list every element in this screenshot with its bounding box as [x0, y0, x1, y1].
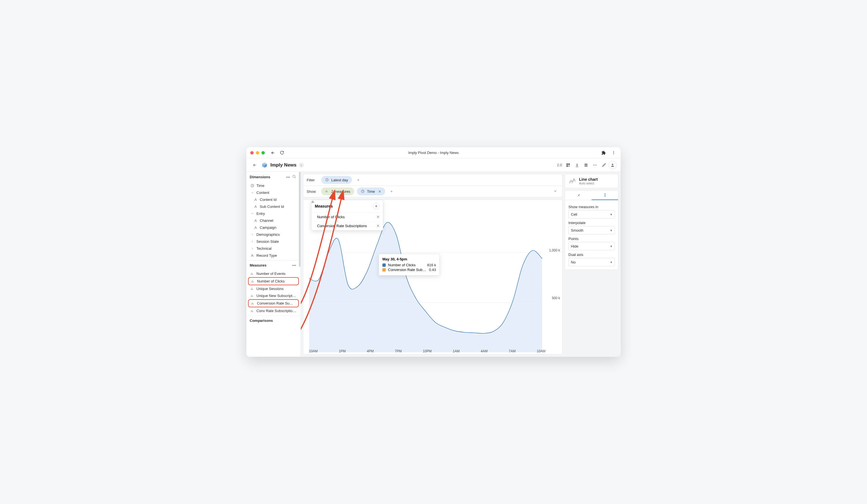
remove-measure-icon[interactable]: ✕	[376, 224, 379, 228]
clock-icon	[361, 190, 365, 193]
dimensions-title: Dimensions	[250, 175, 270, 179]
dimensions-header: Dimensions •••	[246, 172, 301, 182]
show-measures-in-label: Show measures in	[568, 205, 615, 209]
dimensions-more-icon[interactable]: •••	[285, 175, 291, 179]
measure-icon	[251, 301, 255, 305]
measure-conversion-rate-subscriptions[interactable]: Conversion Rate Subs…	[248, 299, 299, 307]
measure-unique-new-subscriptions[interactable]: Unique New Subscript…	[246, 292, 301, 299]
text-icon: A	[254, 198, 258, 202]
minimize-window-button[interactable]	[256, 151, 259, 154]
svg-point-0	[613, 151, 614, 152]
measure-number-of-clicks[interactable]: Number of Clicks	[248, 277, 299, 285]
dimension-content[interactable]: Content	[246, 189, 301, 196]
options-tabs	[565, 191, 618, 200]
maximize-window-button[interactable]	[261, 151, 265, 154]
svg-rect-18	[604, 194, 606, 194]
chart-tooltip: May 30, 4-5pm Number of Clicks 816 k Con…	[379, 254, 440, 276]
chevron-right-icon	[250, 233, 254, 237]
split-pill-time[interactable]: Time ✕	[357, 187, 385, 195]
measure-icon	[250, 272, 254, 276]
add-split-button[interactable]: ＋	[388, 188, 395, 195]
edit-icon[interactable]	[599, 161, 608, 170]
measure-number-of-events[interactable]: Number of Events	[246, 270, 301, 277]
svg-point-9	[595, 164, 596, 165]
server-icon[interactable]	[581, 161, 590, 170]
remove-measure-icon[interactable]: ✕	[376, 215, 379, 219]
caret-down-icon: ▾	[610, 260, 612, 264]
tooltip-swatch	[382, 268, 386, 271]
x-tick-label: 7PM	[395, 349, 402, 353]
visualization-card[interactable]: Line chart Auto select	[565, 174, 618, 188]
popover-row-number-of-clicks[interactable]: Number of Clicks ✕	[311, 213, 383, 222]
dimension-demographics[interactable]: Demographics	[246, 231, 301, 238]
remove-split-icon[interactable]: ✕	[378, 190, 381, 194]
tab-style[interactable]	[592, 191, 618, 200]
sidebar: Dimensions ••• Time Content AContent Id …	[246, 172, 301, 357]
download-icon[interactable]	[572, 161, 581, 170]
datasource-cube-icon	[261, 162, 268, 168]
comparisons-title: Comparisons	[250, 319, 273, 323]
dual-axis-select[interactable]: No▾	[568, 258, 615, 266]
dimension-sub-content-id[interactable]: ASub Content Id	[246, 203, 301, 210]
svg-rect-6	[585, 164, 588, 164]
points-select[interactable]: Hide▾	[568, 242, 615, 250]
back-button[interactable]	[250, 161, 259, 170]
tooltip-title: May 30, 4-5pm	[382, 257, 436, 261]
menu-kebab-icon[interactable]	[611, 150, 617, 156]
caret-down-icon: ▾	[610, 244, 612, 248]
center-pane: Filter Latest day ＋ Show 2 measures Time…	[301, 172, 565, 357]
tab-pin[interactable]	[565, 191, 592, 200]
comparisons-header: Comparisons	[246, 316, 301, 325]
svg-point-11	[612, 163, 613, 165]
x-tick-label: 10AM	[537, 349, 546, 353]
window-controls	[250, 151, 265, 154]
measure-unique-sessions[interactable]: Unique Sessions	[246, 285, 301, 292]
more-icon[interactable]	[590, 161, 599, 170]
chart[interactable]: 10AM1PM4PM7PM10PM1AM4AM7AM10AM Measures …	[303, 200, 563, 355]
interpolate-select[interactable]: Smooth▾	[568, 226, 615, 234]
svg-rect-3	[566, 163, 568, 165]
nav-back-button[interactable]	[270, 150, 276, 156]
dimension-campaign[interactable]: ACampaign	[246, 224, 301, 231]
tooltip-swatch	[382, 264, 386, 267]
extensions-icon[interactable]	[600, 150, 607, 156]
dimension-entry[interactable]: Entry	[246, 210, 301, 217]
scrollbar[interactable]	[299, 172, 301, 267]
show-bar: Show 2 measures Time ✕ ＋	[303, 186, 563, 197]
svg-rect-5	[566, 165, 568, 167]
measures-title: Measures	[250, 263, 267, 267]
chevron-right-icon	[250, 247, 254, 250]
measures-more-icon[interactable]: •••	[291, 263, 297, 267]
x-tick-label: 10AM	[309, 349, 318, 353]
add-filter-button[interactable]: ＋	[355, 176, 362, 183]
dimension-time[interactable]: Time	[246, 182, 301, 189]
popover-row-conversion-rate[interactable]: Conversion Rate Subscriptions ✕	[311, 222, 383, 230]
show-pill-measures[interactable]: 2 measures	[321, 187, 354, 195]
svg-point-1	[613, 152, 614, 153]
add-panel-icon[interactable]	[564, 161, 572, 170]
nav-reload-button[interactable]	[279, 150, 285, 156]
show-measures-in-select[interactable]: Cell▾	[568, 210, 615, 218]
x-tick-label: 10PM	[423, 349, 431, 353]
x-axis: 10AM1PM4PM7PM10PM1AM4AM7AM10AM	[309, 349, 546, 353]
dimension-channel[interactable]: AChannel	[246, 217, 301, 224]
info-icon[interactable]: i	[299, 163, 304, 168]
add-measure-button[interactable]: ＋	[373, 203, 379, 210]
dimensions-search-icon[interactable]	[291, 175, 297, 179]
close-window-button[interactable]	[250, 151, 254, 154]
viz-title: Line chart	[579, 177, 598, 182]
show-label: Show	[307, 190, 319, 194]
text-icon: A	[250, 254, 254, 258]
measure-icon	[325, 190, 329, 193]
measure-conv-rate-subscriptions-alt[interactable]: Conv Rate Subscriptio…	[246, 307, 301, 314]
dimension-technical[interactable]: Technical	[246, 245, 301, 252]
filter-pill-latest-day[interactable]: Latest day	[321, 176, 352, 184]
dimension-session-state[interactable]: Session State	[246, 238, 301, 245]
user-avatar[interactable]	[608, 161, 617, 169]
dimension-content-id[interactable]: AContent Id	[246, 196, 301, 203]
y-tick-label: 500 k	[552, 296, 560, 300]
svg-point-2	[613, 153, 614, 154]
dimension-record-type[interactable]: ARecord Type	[246, 252, 301, 259]
collapse-bar-icon[interactable]	[552, 189, 559, 194]
caret-down-icon: ▾	[610, 212, 612, 216]
